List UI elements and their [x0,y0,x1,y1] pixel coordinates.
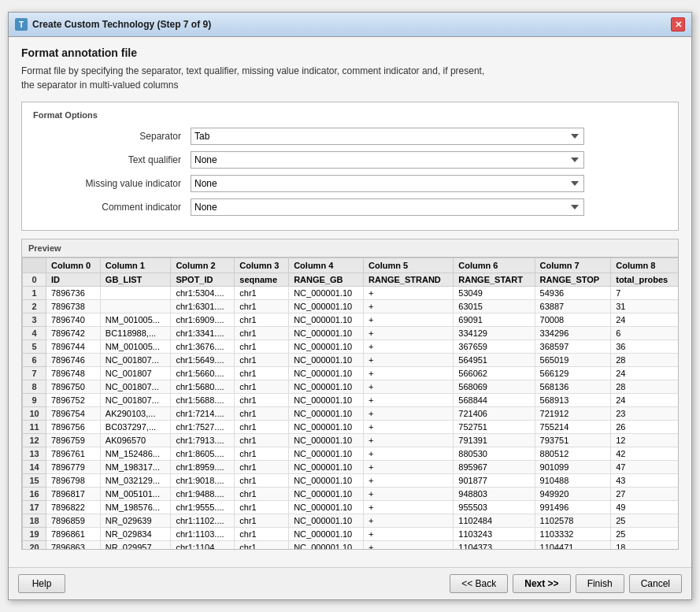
text-qualifier-label: Text qualifier [33,154,191,165]
table-cell: 948803 [454,488,535,501]
back-button[interactable]: << Back [450,574,508,593]
header-col-2: SPOT_ID [171,273,235,287]
col-header-rownum [23,258,46,273]
table-cell: 43 [611,474,678,488]
table-cell: NC_000001.10 [289,421,364,434]
title-bar: T Create Custom Technology (Step 7 of 9)… [9,13,691,37]
table-cell: 7896738 [46,300,101,313]
table-cell: 564951 [454,354,535,367]
table-cell: 793751 [535,434,611,447]
table-cell: 31 [611,300,678,313]
row-num-cell: 15 [23,474,46,488]
row-num-cell: 12 [23,434,46,447]
col-header-4: Column 4 [289,258,364,273]
footer: Help << Back Next >> Finish Cancel [9,567,691,599]
table-cell: + [364,327,454,340]
table-cell: 7896822 [46,501,101,514]
table-row: 167896817NM_005101...chr1:9488....chr1NC… [23,488,679,501]
table-cell: 910488 [535,474,611,488]
table-cell: 7896756 [46,421,101,434]
table-row: 157896798NM_032129...chr1:9018....chr1NC… [23,474,679,488]
header-col-4: RANGE_GB [289,273,364,287]
table-cell: 895967 [454,461,535,474]
close-button[interactable]: ✕ [671,17,685,32]
table-cell: NC_000001.10 [289,514,364,528]
text-qualifier-select[interactable]: None " ' [191,151,584,169]
table-cell: + [364,434,454,447]
table-cell: 7896744 [46,340,101,354]
table-cell: 7896779 [46,461,101,474]
next-button[interactable]: Next >> [513,574,570,593]
table-cell: 752751 [454,421,535,434]
row-num-cell: 5 [23,340,46,354]
table-cell: NC_000001.10 [289,354,364,367]
table-cell: 949920 [535,488,611,501]
table-cell: 568069 [454,380,535,394]
cancel-button[interactable]: Cancel [629,574,682,593]
table-cell: NC_000001.10 [289,434,364,447]
table-cell: 69091 [454,313,535,327]
table-row: 67896746NC_001807...chr1:5649....chr1NC_… [23,354,679,367]
table-cell: chr1 [235,340,289,354]
table-cell: chr1:5660.... [171,367,235,380]
table-row: 47896742BC118988,...chr1:3341....chr1NC_… [23,327,679,340]
table-cell: chr1:8959.... [171,461,235,474]
preview-label: Preview [22,239,678,258]
table-cell: chr1:5680.... [171,380,235,394]
finish-button[interactable]: Finish [576,574,624,593]
format-options-label: Format Options [33,110,667,120]
header-col-1: GB_LIST [100,273,171,287]
table-cell: chr1:1104 [171,541,235,550]
table-row: 97896752NC_001807...chr1:5688....chr1NC_… [23,394,679,407]
preview-table-container[interactable]: Column 0 Column 1 Column 2 Column 3 Colu… [22,258,678,549]
table-scroll[interactable]: Column 0 Column 1 Column 2 Column 3 Colu… [22,258,678,549]
table-cell: NR_029957 [100,541,171,550]
table-cell: chr1 [235,474,289,488]
table-cell: NM_005101... [100,488,171,501]
table-cell: 568844 [454,394,535,407]
table-cell: chr1:3676.... [171,340,235,354]
table-cell: + [364,474,454,488]
table-cell: chr1 [235,380,289,394]
table-cell: 7896742 [46,327,101,340]
table-cell: NC_001807... [100,354,171,367]
table-cell: + [364,528,454,541]
separator-select[interactable]: Tab Comma Semicolon Space [191,128,584,145]
header-rownum: 0 [23,273,46,287]
table-cell: 63887 [535,300,611,313]
table-cell: 49 [611,501,678,514]
table-row: 37896740NM_001005...chr1:6909....chr1NC_… [23,313,679,327]
table-cell: + [364,461,454,474]
table-cell: NC_000001.10 [289,300,364,313]
table-cell: chr1:7527.... [171,421,235,434]
table-cell: chr1 [235,488,289,501]
help-button[interactable]: Help [18,574,65,593]
table-row: 17896736chr1:5304....chr1NC_000001.10+53… [23,287,679,300]
table-cell: 7896754 [46,407,101,421]
table-cell: chr1:7214.... [171,407,235,421]
table-cell: 7896861 [46,528,101,541]
comment-indicator-select[interactable]: None # // [191,198,584,216]
table-cell: 955503 [454,501,535,514]
table-cell: 368597 [535,340,611,354]
preview-tbody: 17896736chr1:5304....chr1NC_000001.10+53… [23,287,679,550]
table-cell: chr1 [235,394,289,407]
table-row: 187896859NR_029639chr1:1102....chr1NC_00… [23,514,679,528]
window-icon: T [15,18,28,31]
table-cell: NR_029834 [100,528,171,541]
missing-value-select[interactable]: None NA N/A [191,175,584,192]
table-row: 87896750NC_001807...chr1:5680....chr1NC_… [23,380,679,394]
header-col-6: RANGE_START [454,273,535,287]
header-col-0: ID [46,273,101,287]
row-num-cell: 10 [23,407,46,421]
separator-row: Separator Tab Comma Semicolon Space [33,128,667,145]
table-row: 27896738chr1:6301....chr1NC_000001.10+63… [23,300,679,313]
table-cell: 7896759 [46,434,101,447]
row-num-cell: 16 [23,488,46,501]
row-num-cell: 13 [23,447,46,461]
table-cell: 7896750 [46,380,101,394]
table-cell: + [364,300,454,313]
row-num-cell: 9 [23,394,46,407]
table-cell: 755214 [535,421,611,434]
section-title: Format annotation file [21,46,679,59]
